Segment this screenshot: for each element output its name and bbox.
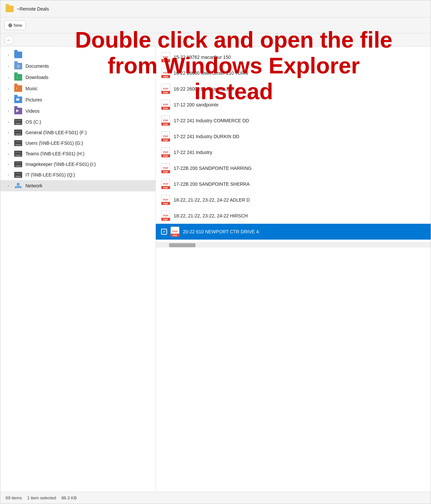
sidebar: › › ☰ Documents › ↓ Downloads › <box>0 47 156 492</box>
svg-text:PDF: PDF <box>163 60 168 62</box>
chevron-icon: › <box>6 131 11 135</box>
file-item-7[interactable]: PDF PDF 17-22 241 Industry <box>156 144 431 160</box>
documents-folder-icon: ☰ <box>14 63 22 69</box>
chevron-icon: › <box>6 64 11 68</box>
sidebar-item-label-documents: Documents <box>25 63 49 69</box>
file-item-6[interactable]: PDF PDF 17-22 241 Industry DURKIN DD <box>156 129 431 144</box>
chevron-icon: › <box>6 109 11 113</box>
plus-icon: ⊕ <box>8 22 12 28</box>
pdf-icon: PDF PDF <box>161 163 170 174</box>
chevron-icon: › <box>6 141 11 145</box>
videos-folder-icon: ▶ <box>14 108 22 114</box>
file-item-9[interactable]: PDF PDF 17-22B 200 SANDPOINTE SHERRA <box>156 176 431 192</box>
sidebar-item-documents[interactable]: › ☰ Documents <box>0 60 155 72</box>
music-icon-glyph: ♪ <box>16 86 18 90</box>
checkmark-icon: ✓ <box>162 229 166 234</box>
sidebar-item-label-it-q: IT (\\NB-LEE-FS01) (Q:) <box>25 172 75 177</box>
pdf-icon: PDF PDF <box>161 195 170 205</box>
back-arrow-icon: ← <box>7 37 11 43</box>
sidebar-item-label-pictures: Pictures <box>25 97 42 102</box>
sidebar-item-network[interactable]: › Network <box>0 180 155 191</box>
svg-text:PDF: PDF <box>163 107 168 110</box>
pdf-icon: PDF PDF <box>161 147 170 158</box>
svg-text:PDF: PDF <box>163 119 168 122</box>
horizontal-scrollbar-track <box>156 242 431 248</box>
sidebar-item-pictures[interactable]: › 🏔 Pictures <box>0 94 155 105</box>
file-item-1[interactable]: PDF PDF 15-22 19762 macarthur 150 <box>156 49 431 65</box>
file-item-3[interactable]: PDF PDF 16-22 26000 town center 210 <box>156 81 431 97</box>
downloads-folder-icon: ↓ <box>14 74 22 81</box>
svg-text:PDF: PDF <box>172 230 178 233</box>
sidebar-item-os-c[interactable]: › OS (C:) <box>0 117 155 127</box>
toolbar: ⊕ New <box>0 18 431 33</box>
svg-text:PDF: PDF <box>163 218 168 221</box>
file-item-12[interactable]: ✓ PDF PDF 20-22 610 NEWPORT CTR DRIVE 4: <box>156 224 431 240</box>
chevron-icon: › <box>6 87 11 91</box>
imagekeeper-drive-icon <box>14 161 22 167</box>
file-name-6: 17-22 241 Industry DURKIN DD <box>174 134 239 139</box>
file-item-10[interactable]: PDF PDF 18-22, 21-22, 23-22, 24-22 ADLER… <box>156 192 431 208</box>
general-drive-icon <box>14 130 22 136</box>
docs-icon-glyph: ☰ <box>17 64 20 68</box>
svg-text:PDF: PDF <box>163 76 168 78</box>
file-item-2[interactable]: PDF PDF 16-22 26000 town center 210 TURN <box>156 65 431 81</box>
svg-text:PDF: PDF <box>163 151 168 154</box>
file-name-9: 17-22B 200 SANDPOINTE SHERRA <box>174 181 250 187</box>
back-button[interactable]: ← <box>4 35 14 45</box>
sidebar-item-label-videos: Videos <box>25 108 40 114</box>
sidebar-item-videos[interactable]: › ▶ Videos <box>0 105 155 117</box>
sidebar-item-label-general-f: General (\\NB-LEE-FS01) (F:) <box>25 130 87 135</box>
pictures-icon-glyph: 🏔 <box>16 97 20 101</box>
os-drive-icon <box>14 119 22 125</box>
pdf-icon: PDF PDF <box>170 226 180 237</box>
users-drive-icon <box>14 140 22 146</box>
item-count: 69 items <box>6 495 22 500</box>
network-icon <box>14 182 22 189</box>
sidebar-item-downloads[interactable]: › ↓ Downloads <box>0 72 155 83</box>
title-folder-icon <box>6 6 14 12</box>
svg-line-6 <box>18 186 21 186</box>
downloads-icon-glyph: ↓ <box>16 75 18 79</box>
file-item-8[interactable]: PDF PDF 17-22B 200 SANDPOINTE HARRING <box>156 160 431 176</box>
chevron-icon: › <box>6 152 11 156</box>
file-name-4: 17-12 200 sandpointe <box>174 102 218 107</box>
file-size: 98.3 KB <box>62 495 77 500</box>
teams-drive-icon <box>14 151 22 157</box>
svg-rect-1 <box>15 186 17 188</box>
svg-text:PDF: PDF <box>173 234 178 237</box>
music-folder-icon: ♪ <box>14 85 22 92</box>
svg-text:PDF: PDF <box>163 198 168 201</box>
chevron-icon: › <box>6 53 11 57</box>
sidebar-item-label-imagekeeper-i: Imagekeeper (\\NB-LEE-FS01) (I:) <box>25 162 96 167</box>
window-title: ~Remote Deals <box>17 6 49 12</box>
file-item-5[interactable]: PDF PDF 17-22 241 Industry COMMERCE DD <box>156 113 431 129</box>
sidebar-item-teams-h[interactable]: › Teams (\\NB-LEE-FS01) (H:) <box>0 148 155 159</box>
explorer-window: ~Remote Deals ⊕ New ← Double click and o… <box>0 0 431 504</box>
svg-text:PDF: PDF <box>163 167 168 170</box>
sidebar-item-general-f[interactable]: › General (\\NB-LEE-FS01) (F:) <box>0 127 155 138</box>
svg-rect-0 <box>17 183 20 185</box>
sidebar-item-it-q[interactable]: › IT (\\NB-LEE-FS01) (Q:) <box>0 170 155 180</box>
file-panel: PDF PDF 15-22 19762 macarthur 150 PDF <box>156 47 431 492</box>
sidebar-item-imagekeeper-i[interactable]: › Imagekeeper (\\NB-LEE-FS01) (I:) <box>0 159 155 170</box>
new-button[interactable]: ⊕ New <box>4 20 26 30</box>
svg-text:PDF: PDF <box>163 103 168 106</box>
file-item-4[interactable]: PDF PDF 17-12 200 sandpointe <box>156 97 431 113</box>
sidebar-item-generic-folder[interactable]: › <box>0 49 155 60</box>
svg-line-5 <box>16 186 18 186</box>
file-item-11[interactable]: PDF PDF 18-22, 21-22, 23-22, 24-22 HIRSC… <box>156 208 431 224</box>
svg-text:PDF: PDF <box>163 187 168 189</box>
title-bar: ~Remote Deals <box>0 0 431 18</box>
pdf-icon: PDF PDF <box>161 211 170 221</box>
svg-text:PDF: PDF <box>163 155 168 157</box>
sidebar-item-users-g[interactable]: › Users (\\NB-LEE-FS01) (G:) <box>0 138 155 148</box>
svg-text:PDF: PDF <box>163 123 168 126</box>
sidebar-item-label-music: Music <box>25 86 38 91</box>
sidebar-item-music[interactable]: › ♪ Music <box>0 83 155 94</box>
pdf-icon: PDF PDF <box>161 52 170 62</box>
file-list: PDF PDF 15-22 19762 macarthur 150 PDF <box>156 47 431 242</box>
file-name-1: 15-22 19762 macarthur 150 <box>174 55 231 60</box>
pdf-icon: PDF PDF <box>161 68 170 78</box>
horizontal-scrollbar-thumb[interactable] <box>169 243 195 247</box>
generic-folder-icon <box>14 52 22 58</box>
